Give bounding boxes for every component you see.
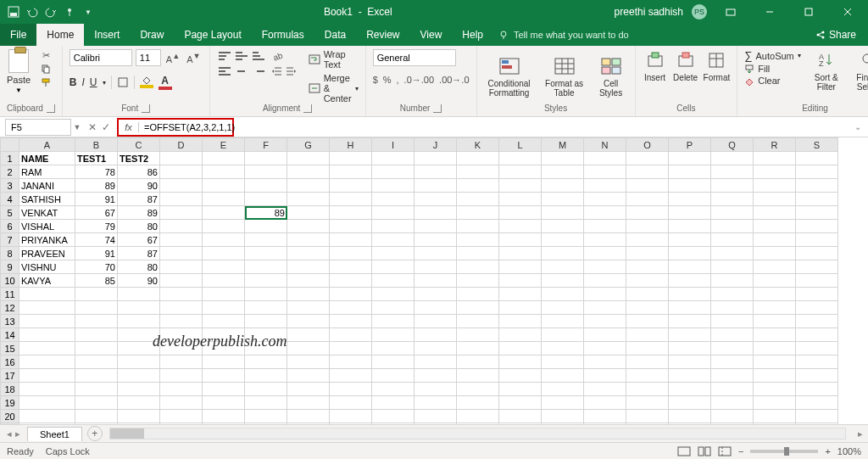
cell[interactable] <box>542 274 584 288</box>
cell[interactable] <box>245 423 287 425</box>
cell[interactable] <box>160 206 203 220</box>
zoom-slider[interactable] <box>750 450 818 453</box>
align-bottom-icon[interactable] <box>251 49 266 63</box>
insert-cells-button[interactable]: Insert <box>643 49 668 82</box>
cell[interactable] <box>330 179 372 193</box>
tab-file[interactable]: File <box>0 24 36 46</box>
cell[interactable]: PRIYANKA <box>19 233 75 247</box>
cell[interactable] <box>711 220 754 233</box>
cell[interactable] <box>626 179 669 193</box>
column-header[interactable]: K <box>457 138 499 152</box>
decrease-font-icon[interactable]: A▼ <box>185 52 202 64</box>
cell[interactable] <box>415 355 457 369</box>
cell[interactable] <box>584 152 626 165</box>
row-header[interactable]: 3 <box>1 179 19 193</box>
cell[interactable] <box>542 179 584 193</box>
cell[interactable] <box>499 315 542 328</box>
zoom-in-icon[interactable]: + <box>825 446 830 456</box>
cell[interactable] <box>796 423 838 425</box>
cell[interactable] <box>711 423 754 425</box>
cell[interactable] <box>330 288 372 301</box>
cell[interactable] <box>542 301 584 315</box>
cell[interactable] <box>287 369 330 383</box>
cell[interactable] <box>203 179 245 193</box>
cell[interactable] <box>245 315 287 328</box>
cell[interactable] <box>626 165 669 179</box>
cell[interactable] <box>372 165 415 179</box>
cell[interactable] <box>330 206 372 220</box>
cell[interactable] <box>372 233 415 247</box>
cell[interactable] <box>203 220 245 233</box>
cell[interactable] <box>160 410 203 423</box>
cell[interactable] <box>754 410 796 423</box>
cell[interactable] <box>118 410 160 423</box>
cell[interactable]: 89 <box>245 206 287 220</box>
cell[interactable] <box>499 355 542 369</box>
row-header[interactable]: 2 <box>1 165 19 179</box>
cell[interactable] <box>118 383 160 396</box>
cell[interactable] <box>245 369 287 383</box>
cell[interactable]: KAVYA <box>19 274 75 288</box>
cell[interactable] <box>457 423 499 425</box>
cell[interactable] <box>542 260 584 274</box>
cell[interactable] <box>669 247 711 260</box>
cell[interactable] <box>203 355 245 369</box>
cell[interactable] <box>203 233 245 247</box>
qat-customize-icon[interactable]: ▼ <box>81 5 95 19</box>
cell[interactable] <box>499 274 542 288</box>
cell[interactable] <box>203 206 245 220</box>
cell[interactable]: 78 <box>75 165 118 179</box>
merge-center-button[interactable]: Merge & Center▾ <box>309 73 359 104</box>
cell[interactable] <box>754 260 796 274</box>
ribbon-display-icon[interactable] <box>715 0 746 24</box>
cut-icon[interactable]: ✂ <box>39 49 53 61</box>
cell[interactable] <box>160 193 203 206</box>
cell[interactable] <box>330 233 372 247</box>
cell[interactable] <box>457 355 499 369</box>
cell[interactable] <box>669 165 711 179</box>
cell[interactable] <box>457 193 499 206</box>
cell[interactable] <box>457 274 499 288</box>
cell[interactable]: VISHAL <box>19 220 75 233</box>
cell[interactable]: 80 <box>118 220 160 233</box>
cell[interactable] <box>796 383 838 396</box>
cell[interactable] <box>160 165 203 179</box>
cell[interactable] <box>203 383 245 396</box>
cell[interactable] <box>415 193 457 206</box>
cell[interactable] <box>457 165 499 179</box>
cell[interactable] <box>75 355 118 369</box>
bold-button[interactable]: B <box>70 76 77 88</box>
row-header[interactable]: 7 <box>1 233 19 247</box>
cell[interactable] <box>626 233 669 247</box>
tab-page-layout[interactable]: Page Layout <box>174 24 251 46</box>
minimize-icon[interactable] <box>754 0 785 24</box>
cell[interactable] <box>457 220 499 233</box>
sheet-tab-active[interactable]: Sheet1 <box>27 427 82 441</box>
cell[interactable] <box>626 301 669 315</box>
align-right-icon[interactable] <box>251 64 266 78</box>
chevron-down-icon[interactable]: ▾ <box>103 79 106 87</box>
cell[interactable] <box>287 410 330 423</box>
cell[interactable] <box>584 301 626 315</box>
cell[interactable] <box>372 274 415 288</box>
row-header[interactable]: 6 <box>1 220 19 233</box>
cell[interactable] <box>457 369 499 383</box>
cell[interactable] <box>19 301 75 315</box>
cell[interactable] <box>796 355 838 369</box>
cell[interactable] <box>499 396 542 410</box>
cell[interactable] <box>160 383 203 396</box>
cell[interactable] <box>203 301 245 315</box>
cell[interactable] <box>754 301 796 315</box>
cell[interactable] <box>415 328 457 342</box>
row-header[interactable]: 15 <box>1 342 19 355</box>
save-icon[interactable] <box>7 5 20 19</box>
tab-formulas[interactable]: Formulas <box>252 24 314 46</box>
user-avatar[interactable]: PS <box>692 4 707 20</box>
cell[interactable] <box>711 410 754 423</box>
formula-input[interactable]: =OFFSET(A2,3,2,1,1) <box>139 120 232 135</box>
cell[interactable] <box>160 220 203 233</box>
cell[interactable] <box>415 288 457 301</box>
delete-cells-button[interactable]: Delete <box>673 49 698 82</box>
cell[interactable] <box>754 328 796 342</box>
cell[interactable] <box>75 423 118 425</box>
